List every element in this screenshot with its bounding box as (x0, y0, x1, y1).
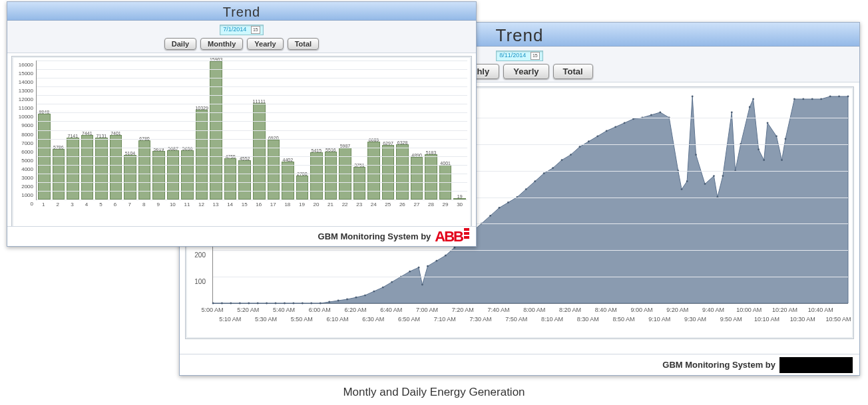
x-tick: 11 (181, 202, 194, 207)
x-tick: 13 (210, 202, 222, 207)
x-tick: 8:20 AM (559, 307, 581, 313)
svg-point-6 (266, 303, 268, 305)
x-tick: 6 (109, 202, 122, 207)
abb-bars-icon (464, 228, 469, 245)
svg-point-24 (421, 284, 423, 286)
total-button[interactable]: Total (553, 64, 593, 79)
x-tick: 8 (138, 202, 150, 207)
svg-point-48 (632, 118, 634, 120)
bar: 5636 (181, 150, 194, 200)
svg-point-61 (722, 175, 724, 177)
bar: 7401 (110, 135, 122, 200)
y-tick: 1000 (21, 192, 33, 198)
svg-point-73 (793, 98, 795, 100)
daily-button[interactable]: Daily (164, 38, 196, 50)
y-tick: 100 (194, 278, 206, 285)
x-tick: 12 (195, 202, 208, 207)
svg-point-79 (847, 96, 849, 98)
x-tick: 5:50 AM (291, 316, 313, 323)
date-value: 8/11/2014 (499, 52, 526, 59)
x-tick: 6:10 AM (327, 316, 349, 323)
x-tick: 9:30 AM (684, 316, 706, 323)
x-tick: 23 (353, 202, 365, 207)
x-tick: 9:10 AM (648, 316, 670, 323)
calendar-icon[interactable]: 15 (531, 52, 540, 60)
x-tick: 7:40 AM (487, 307, 509, 313)
x-tick: 7:20 AM (452, 307, 474, 313)
x-tick: 16 (252, 202, 265, 207)
y-tick: 5000 (21, 157, 33, 163)
x-tick: 6:00 AM (309, 307, 331, 313)
x-tick: 20 (310, 202, 323, 207)
monthly-button[interactable]: Monthly (200, 38, 243, 50)
svg-point-76 (820, 98, 822, 100)
yearly-button[interactable]: Yearly (503, 64, 548, 79)
x-tick: 8:30 AM (577, 316, 599, 323)
svg-point-68 (763, 159, 765, 161)
x-tick: 8:40 AM (595, 307, 617, 313)
x-tick: 5:10 AM (219, 316, 241, 323)
bar: 5104 (124, 155, 136, 200)
plot-area: 9848578671417441713174015104678056195687… (36, 61, 467, 200)
panel-title: Trend (223, 5, 261, 19)
x-tick: 5 (95, 202, 107, 207)
svg-point-16 (355, 297, 357, 299)
svg-point-45 (606, 130, 608, 132)
bar: 5415 (310, 152, 323, 200)
y-tick: 16000 (19, 62, 33, 68)
date-picker[interactable]: 7/1/2014 15 (220, 25, 264, 35)
figure-caption: Montly and Daily Energy Generation (0, 386, 868, 399)
bar-value-label: 4402 (283, 158, 294, 162)
x-tick: 5:00 AM (201, 307, 223, 313)
x-tick: 28 (425, 202, 437, 207)
date-value: 7/1/2014 (223, 26, 246, 33)
bar-value-label: 5183 (426, 150, 437, 155)
bar-value-label: 7441 (82, 131, 93, 136)
svg-point-75 (811, 98, 813, 100)
x-tick: 5:20 AM (237, 307, 259, 313)
svg-point-72 (785, 138, 787, 140)
bar: 2780 (296, 176, 309, 200)
svg-point-67 (758, 148, 760, 150)
svg-point-43 (588, 140, 590, 142)
x-tick: 10:40 AM (808, 307, 833, 313)
calendar-icon[interactable]: 15 (251, 26, 260, 34)
svg-point-54 (681, 188, 683, 190)
x-tick: 8:10 AM (541, 316, 563, 323)
x-tick: 27 (411, 202, 423, 207)
svg-point-18 (373, 291, 375, 293)
svg-point-19 (382, 287, 384, 289)
x-axis: 1234567891011121314151617181920212223242… (36, 200, 467, 207)
x-tick: 25 (382, 202, 395, 207)
svg-point-51 (659, 112, 661, 114)
y-tick: 200 (194, 251, 206, 259)
x-tick: 9 (152, 202, 165, 207)
x-tick: 8:50 AM (613, 316, 635, 323)
y-tick: 0 (31, 201, 33, 207)
svg-point-25 (427, 265, 429, 267)
svg-point-57 (695, 154, 697, 156)
bar: 5687 (167, 150, 180, 200)
svg-point-77 (829, 96, 831, 98)
svg-point-59 (713, 175, 715, 177)
x-tick: 6:30 AM (362, 316, 384, 323)
svg-point-69 (767, 122, 769, 124)
total-button[interactable]: Total (288, 38, 319, 50)
svg-point-74 (802, 98, 804, 100)
svg-point-36 (525, 188, 527, 190)
svg-point-28 (453, 247, 455, 249)
svg-point-4 (248, 303, 250, 305)
yearly-button[interactable]: Yearly (247, 38, 283, 50)
panel1-footer: GBM Monitoring System by ABB (7, 226, 476, 246)
x-tick: 7:00 AM (416, 307, 438, 313)
x-tick: 3 (66, 202, 79, 207)
x-tick: 9:00 AM (630, 307, 652, 313)
svg-point-26 (435, 260, 437, 262)
bar: 5183 (425, 154, 437, 200)
date-picker[interactable]: 8/11/2014 15 (496, 51, 543, 61)
x-tick: 6:40 AM (380, 307, 402, 313)
y-axis: 0100020003000400050006000700080009000100… (13, 61, 35, 205)
svg-point-0 (212, 303, 214, 305)
svg-point-17 (364, 295, 366, 297)
x-tick: 5:30 AM (255, 316, 277, 323)
